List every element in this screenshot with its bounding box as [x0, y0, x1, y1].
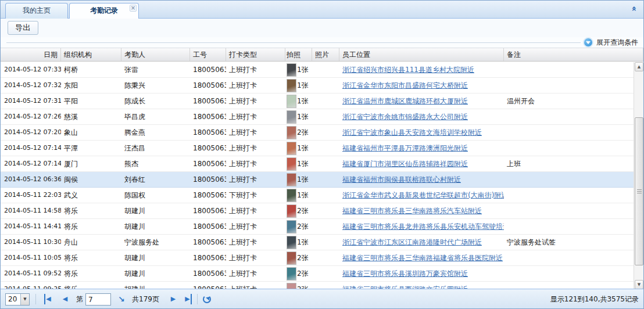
photo-thumbnail[interactable] [287, 204, 296, 218]
date-cell: 2014-05-11 10:05: [1, 250, 61, 265]
column-header[interactable]: 工号 [190, 48, 226, 61]
tab-my-homepage[interactable]: 我的主页 [5, 3, 68, 19]
toolbar: 导出 [1, 19, 643, 37]
table-row[interactable]: 2014-05-11 14:58:将乐胡建川180050631上班打卡2张福建省… [1, 203, 634, 219]
close-icon[interactable]: × [130, 5, 137, 12]
record-range-status: 显示121到140,共3575记录 [550, 293, 639, 305]
type-cell: 上班打卡 [226, 235, 285, 250]
location-link[interactable]: 浙江省宁波市象山县天安路文海培训学校附近 [342, 128, 482, 136]
photos-cell [312, 188, 339, 203]
location-link[interactable]: 浙江省绍兴市绍兴县111县道乡村大院附近 [342, 66, 474, 74]
table-row[interactable]: 2014-05-12 07:14:平潭汪杰昌180050631上班打卡1张福建省… [1, 141, 634, 156]
location-link[interactable]: 福建省三明市将乐县龙井路将乐县乐安机动车驾驶培训 [342, 222, 504, 231]
date-cell: 2014-05-12 06:36: [1, 172, 61, 187]
vertical-scrollbar[interactable]: ▲ ▼ [634, 62, 643, 289]
photo-cell: 2张 [285, 203, 312, 218]
table-row[interactable]: 2014-05-12 07:32:东阳陈秉兴180050630上班打卡1张浙江省… [1, 78, 634, 94]
location-link[interactable]: 福建省福州市闽侯县联榕路联心村附近 [342, 175, 461, 184]
expand-query-icon[interactable] [584, 38, 592, 46]
remark-cell [504, 141, 634, 156]
column-header[interactable]: 拍照 [285, 48, 312, 61]
last-page-button[interactable]: ▶ [183, 293, 194, 305]
scroll-up-icon[interactable]: ▲ [635, 62, 643, 71]
expand-query-label[interactable]: 展开查询条件 [596, 38, 638, 47]
table-row[interactable]: 2014-05-12 07:33:柯桥张雷180050632上班打卡1张浙江省绍… [1, 62, 634, 78]
photo-thumbnail[interactable] [287, 126, 296, 139]
column-header[interactable]: 考勤人 [121, 48, 190, 61]
type-cell: 上班打卡 [226, 172, 285, 187]
photo-thumbnail[interactable] [287, 63, 296, 77]
column-header[interactable]: 备注 [504, 48, 643, 61]
photo-cell: 2张 [285, 250, 312, 265]
photo-thumbnail[interactable] [287, 79, 296, 92]
type-cell: 上班打卡 [226, 203, 285, 218]
location-link[interactable]: 浙江省金华市东阳市昌盛路何宅大桥附近 [342, 81, 468, 89]
table-row[interactable]: 2014-05-12 07:20:象山腾金燕180050631上班打卡2张浙江省… [1, 125, 634, 141]
photo-thumbnail[interactable] [287, 220, 296, 233]
photo-thumbnail[interactable] [287, 267, 296, 281]
location-link[interactable]: 浙江省宁波市余姚市锦盛路永大公司附近 [342, 113, 468, 121]
scroll-down-icon[interactable]: ▼ [635, 280, 643, 289]
photo-thumbnail[interactable] [287, 157, 296, 171]
next-page-button[interactable]: ▶ [168, 293, 178, 305]
table-row[interactable]: 2014-05-11 09:52:将乐胡建川180050631上班打卡2张福建省… [1, 266, 634, 282]
chevron-down-icon: ▼ [20, 294, 29, 305]
location-link[interactable]: 福建省厦门市湖里区仙岳路辅路祥园附近 [342, 160, 468, 168]
photo-cell: 2张 [285, 219, 312, 234]
photo-thumbnail[interactable] [287, 95, 296, 108]
photo-thumbnail[interactable] [287, 236, 296, 249]
table-row[interactable]: 2014-05-11 14:41:将乐胡建川180050631上班打卡2张福建省… [1, 219, 634, 235]
go-to-page-icon[interactable]: ↘ [118, 293, 125, 305]
location-link[interactable]: 福建省三明市将乐县溪圳路万豪宾馆附近 [342, 270, 468, 278]
person-cell: 熊杰 [121, 156, 190, 171]
prev-page-button[interactable]: ◀ [60, 293, 70, 305]
photo-thumbnail[interactable] [287, 173, 296, 186]
column-header[interactable]: 组织机构 [61, 48, 121, 61]
photo-thumbnail[interactable] [287, 251, 296, 265]
photo-cell: 2张 [285, 125, 312, 140]
remark-cell [504, 266, 634, 281]
scrollbar-thumb[interactable] [635, 117, 643, 265]
location-link[interactable]: 浙江省金华市武义县新泉巷世纪华联超市(大南街)附近 [342, 191, 504, 199]
remark-cell [504, 62, 634, 77]
photo-thumbnail[interactable] [287, 110, 296, 124]
table-row[interactable]: 2014-05-11 22:03:武义陈国权180050630下班打卡1张浙江省… [1, 188, 634, 203]
column-header[interactable]: 照片 [312, 48, 339, 61]
location-link[interactable]: 浙江省温州市鹿城区鹿城路环都大厦附近 [342, 97, 468, 105]
photo-thumbnail[interactable] [287, 142, 296, 155]
location-link[interactable]: 福建省三明市将乐县三华南路将乐汽车站附近 [342, 207, 482, 215]
table-row[interactable]: 2014-05-12 07:26:慈溪毕昌虎180050632上班打卡1张浙江省… [1, 109, 634, 125]
date-cell: 2014-05-12 07:33: [1, 62, 61, 77]
location-link[interactable]: 浙江省宁波市江东区江南路港隆时代广场附近 [342, 238, 482, 246]
column-header[interactable]: 日期 [1, 48, 61, 61]
photos-cell [312, 219, 339, 234]
pagination-bar: 20 ▼ ◀ ◀ 第 ↘ 共179页 ▶ ▶ 显示121到140,共3575记录 [1, 289, 643, 308]
location-cell: 福建省厦门市湖里区仙岳路辅路祥园附近 [339, 156, 504, 171]
grid-header: 日期组织机构考勤人工号打卡类型拍照照片员工位置备注 [1, 48, 643, 62]
table-row[interactable]: 2014-05-12 07:31:平阳陈成长180050631上班打卡1张浙江省… [1, 94, 634, 109]
remark-cell: 上班 [504, 156, 634, 171]
type-cell: 上班打卡 [226, 219, 285, 234]
column-header[interactable]: 打卡类型 [226, 48, 285, 61]
tab-attendance-records[interactable]: 考勤记录 × [69, 3, 139, 19]
table-row[interactable]: 2014-05-12 07:14:厦门熊杰180050630上班打卡1张福建省厦… [1, 156, 634, 172]
refresh-icon[interactable] [203, 295, 211, 303]
table-row[interactable]: 2014-05-11 10:30:舟山宁波服务处180050631上班打卡1张浙… [1, 235, 634, 250]
photo-cell: 1张 [285, 188, 312, 203]
table-row[interactable]: 2014-05-12 06:36:闽侯刘春红180050631上班打卡1张福建省… [1, 172, 634, 188]
remark-cell [504, 203, 634, 218]
photo-thumbnail[interactable] [287, 189, 296, 202]
person-cell: 张雷 [121, 62, 190, 77]
column-header[interactable]: 员工位置 [339, 48, 504, 61]
export-button[interactable]: 导出 [8, 21, 38, 35]
location-link[interactable]: 福建省三明市将乐县三华南路福建省将乐县医院附近 [342, 254, 503, 262]
date-cell: 2014-05-11 09:52: [1, 266, 61, 281]
tab-overflow-chevron-icon[interactable]: » [628, 5, 639, 15]
location-link[interactable]: 福建省福州市平潭县万潭路澳洲阳光附近 [342, 144, 468, 152]
person-cell: 胡建川 [121, 266, 190, 281]
page-input[interactable] [85, 293, 111, 306]
table-row[interactable]: 2014-05-11 10:05:将乐胡建川180050631上班打卡2张福建省… [1, 250, 634, 266]
photo-count: 1张 [297, 235, 309, 250]
first-page-button[interactable]: ◀ [42, 293, 53, 305]
page-size-select[interactable]: 20 ▼ [5, 293, 30, 306]
